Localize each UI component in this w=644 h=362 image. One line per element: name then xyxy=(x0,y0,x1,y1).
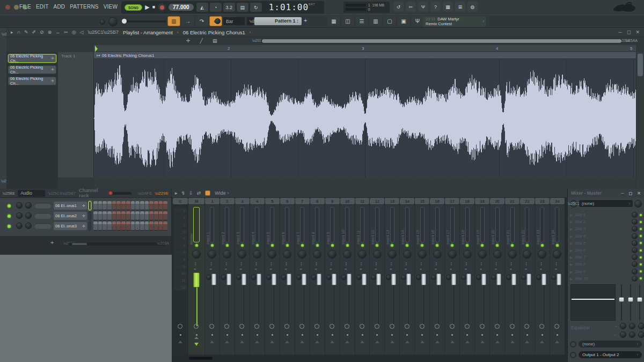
record-arm-button[interactable] xyxy=(510,324,515,329)
slot-mix-knob[interactable] xyxy=(632,219,638,225)
pan-knob[interactable] xyxy=(403,250,412,258)
volume-fader[interactable] xyxy=(496,274,501,285)
stereo-knob[interactable] xyxy=(446,275,451,280)
track-select-led[interactable] xyxy=(346,244,349,247)
step-cell[interactable] xyxy=(145,201,149,210)
step-cell[interactable] xyxy=(131,211,135,220)
plugin-icon[interactable]: ↯ xyxy=(181,190,186,196)
mixer-strip-insert[interactable]: Insert 18▴▾◂▸ xyxy=(460,205,474,354)
step-cell[interactable] xyxy=(126,211,130,220)
record-arm-button[interactable] xyxy=(539,324,544,329)
slot-enable-led[interactable] xyxy=(640,242,642,244)
channel-group-selector[interactable]: Audio xyxy=(18,190,45,197)
fx-slot-row[interactable]: ▶Slot 5 xyxy=(570,240,642,247)
track-select-led[interactable] xyxy=(211,244,214,247)
step-cell[interactable] xyxy=(163,201,167,210)
mute-icon[interactable]: ⊗ xyxy=(48,29,52,35)
step-cell[interactable] xyxy=(126,201,130,210)
scroll-right-icon[interactable]: \u203A xyxy=(157,241,169,245)
volume-fader[interactable] xyxy=(257,274,261,285)
pan-knob[interactable] xyxy=(418,250,427,258)
record-arm-button[interactable] xyxy=(360,324,364,329)
channel-display-button[interactable] xyxy=(34,203,52,209)
record-arm-button[interactable] xyxy=(178,324,182,329)
mixer-header-insert-14[interactable]: 14 xyxy=(400,198,414,204)
plugin-picker-icon[interactable]: Ψ xyxy=(411,16,424,26)
volume-fader[interactable] xyxy=(362,274,367,285)
detach-icon[interactable]: ▸ xyxy=(11,29,13,35)
mixer-header-insert-24[interactable]: 24 xyxy=(550,198,565,204)
record-arm-button[interactable] xyxy=(495,324,500,329)
mixer-strip-insert[interactable]: Insert 23▴▾◂▸ xyxy=(535,205,550,354)
slip-icon[interactable]: ↔ xyxy=(55,29,60,35)
menu-edit[interactable]: EDIT xyxy=(36,4,49,10)
pan-knob[interactable] xyxy=(538,250,546,258)
mixer-header-insert-8[interactable]: 8 xyxy=(310,198,325,204)
channel-pan-knob[interactable] xyxy=(16,223,23,229)
slot-mix-knob[interactable] xyxy=(632,254,638,260)
pattern-selector[interactable]: Pattern 1 : xyxy=(254,17,302,25)
record-arm-button[interactable] xyxy=(269,324,274,329)
channel-name-button[interactable]: 06 El..orus1✛ xyxy=(54,202,87,210)
menu-patterns[interactable]: PATTERNS xyxy=(70,4,98,10)
step-cell[interactable] xyxy=(163,211,167,220)
mixer-header-insert-20[interactable]: 20 xyxy=(490,198,504,204)
slot-enable-led[interactable] xyxy=(640,277,642,279)
record-arm-button[interactable] xyxy=(284,324,289,329)
mixer-header-insert-13[interactable]: 13 xyxy=(385,198,399,204)
step-cell[interactable] xyxy=(112,201,116,210)
graph-editor-icon[interactable]: \u2AF6 xyxy=(138,191,152,196)
mixer-icon[interactable]: ▥ xyxy=(369,16,382,26)
volume-fader[interactable] xyxy=(421,274,426,285)
mixer-strip-insert[interactable]: Insert 22▴▾◂▸ xyxy=(520,205,535,354)
mixer-header-current[interactable]: C xyxy=(173,198,188,204)
fx-slot-selected[interactable]: (none) › xyxy=(579,200,633,207)
step-cell[interactable] xyxy=(131,221,135,231)
slot-mix-knob[interactable] xyxy=(632,212,638,218)
mixer-strip-insert[interactable]: Insert 4▴▾◂▸ xyxy=(250,205,265,354)
hint-arrow-icon[interactable]: › xyxy=(483,19,484,24)
track-select-led[interactable] xyxy=(376,244,378,247)
eq-band3-knob[interactable] xyxy=(638,323,644,329)
step-cell[interactable] xyxy=(135,211,140,220)
mixer-header-insert-19[interactable]: 19 xyxy=(475,198,489,204)
channel-enable-led[interactable] xyxy=(8,225,11,228)
step-cell[interactable] xyxy=(116,221,121,231)
waveform-canvas[interactable] xyxy=(94,59,636,178)
mixer-strip-insert[interactable]: Insert 11▴▾◂▸ xyxy=(355,205,370,354)
volume-fader[interactable] xyxy=(511,274,516,285)
mixer-strip-insert[interactable]: Insert 15▴▾◂▸ xyxy=(415,205,429,354)
step-cell[interactable] xyxy=(116,211,121,220)
close-window-button[interactable] xyxy=(5,5,10,10)
mixer-header-insert-10[interactable]: 10 xyxy=(340,198,355,204)
step-cell[interactable] xyxy=(131,201,135,210)
pan-knob[interactable] xyxy=(268,250,276,258)
stereo-knob[interactable] xyxy=(416,275,421,280)
track-header-column[interactable]: Track 1 xyxy=(58,52,94,178)
track-select-led[interactable] xyxy=(466,244,469,247)
clip-title-bar[interactable]: ↦ 06 Electric Picking Chorus1 xyxy=(94,52,636,59)
channel-volume-knob[interactable] xyxy=(25,223,32,229)
channel-select-strip[interactable] xyxy=(89,211,91,220)
step-cell[interactable] xyxy=(126,221,130,231)
volume-fader[interactable] xyxy=(211,274,216,285)
stereo-knob[interactable] xyxy=(281,275,287,280)
timeline-ruler[interactable]: 2345 xyxy=(94,45,636,52)
record-arm-button[interactable] xyxy=(390,324,394,329)
stereo-knob[interactable] xyxy=(371,275,376,280)
mixer-strip-insert[interactable]: Insert 10▴▾◂▸ xyxy=(340,205,355,354)
fx-slot-row[interactable]: ▶Slot 10 xyxy=(570,275,642,282)
stereo-knob[interactable] xyxy=(296,275,302,280)
eq-band2-knob[interactable] xyxy=(629,323,635,329)
slot-mix-knob[interactable] xyxy=(632,240,638,246)
mixer-header-insert-2[interactable]: 2 xyxy=(220,198,235,204)
stereo-knob[interactable] xyxy=(236,275,241,280)
tempo-display[interactable]: 77.000 xyxy=(169,4,194,11)
channel-enable-led[interactable] xyxy=(8,215,11,218)
step-cell[interactable] xyxy=(135,221,140,231)
track-select-led[interactable] xyxy=(316,244,319,247)
shuffle-slider[interactable] xyxy=(122,20,166,23)
volume-fader[interactable] xyxy=(302,274,306,285)
volume-fader[interactable] xyxy=(526,274,531,285)
hint-panel[interactable]: 20:11DAW Martyr Remix Contest › xyxy=(423,16,486,27)
